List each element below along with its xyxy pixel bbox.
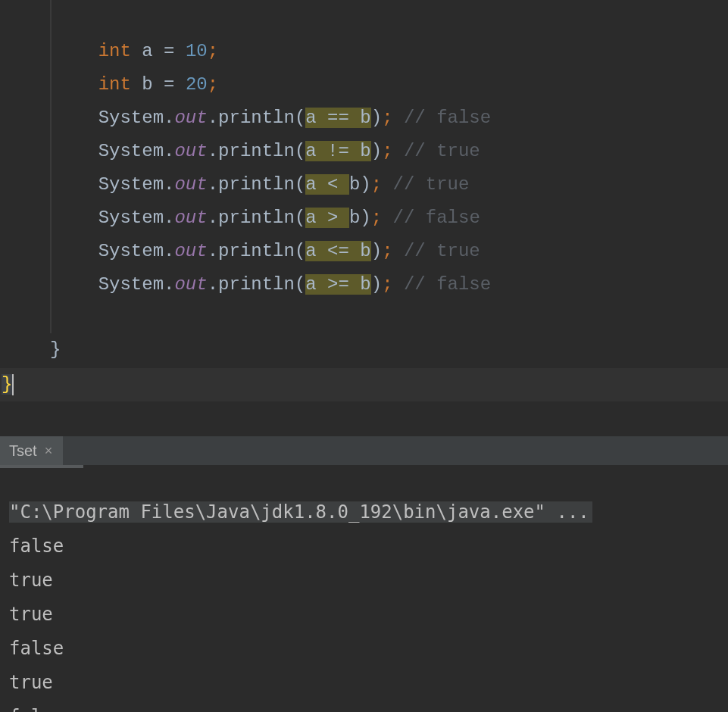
console-line: true (9, 570, 53, 591)
method-println: println (218, 274, 295, 295)
field-out: out (174, 208, 207, 228)
var-b: b (142, 74, 152, 95)
console-output[interactable]: "C:\Program Files\Java\jdk1.8.0_192\bin\… (9, 495, 728, 712)
text-caret (12, 374, 14, 395)
method-println: println (218, 174, 295, 195)
class-system: System (98, 174, 164, 195)
literal-20: 20 (186, 74, 208, 95)
run-tab-label: Tset (9, 442, 37, 460)
tab-underline (0, 465, 83, 468)
source-code[interactable]: int a = 10; int b = 20; System.out.print… (0, 35, 491, 301)
console-line: true (9, 604, 53, 625)
semicolon: ; (208, 74, 218, 95)
method-println: println (218, 241, 295, 261)
class-system: System (98, 208, 164, 228)
class-system: System (98, 108, 164, 128)
method-println: println (218, 141, 295, 161)
method-close-brace: } (50, 333, 61, 367)
keyword-int: int (98, 41, 131, 61)
comment: // true (393, 141, 480, 161)
field-out: out (174, 174, 207, 195)
current-line-highlight (0, 368, 728, 401)
var-a: a (142, 41, 152, 61)
class-system: System (98, 241, 164, 261)
comment: // true (382, 174, 469, 195)
console-command-line: "C:\Program Files\Java\jdk1.8.0_192\bin\… (9, 501, 592, 523)
console-line: true (9, 672, 53, 693)
assign-op: = (164, 74, 174, 95)
class-system: System (98, 274, 164, 295)
run-tab[interactable]: Tset × (0, 436, 63, 467)
run-tabs-bar: Tset × (0, 436, 728, 465)
class-system: System (98, 141, 164, 161)
class-close-brace: } (2, 368, 14, 401)
method-println: println (218, 208, 295, 228)
comment: // false (393, 108, 492, 128)
literal-10: 10 (186, 41, 208, 61)
comment: // false (393, 274, 492, 295)
code-editor-pane[interactable]: int a = 10; int b = 20; System.out.print… (0, 0, 728, 424)
assign-op: = (164, 41, 174, 61)
method-println: println (218, 108, 295, 128)
comment: // false (382, 208, 480, 228)
close-icon[interactable]: × (45, 443, 53, 459)
comment: // true (393, 241, 480, 261)
console-line: false (9, 706, 64, 712)
keyword-int: int (98, 74, 131, 95)
field-out: out (174, 108, 207, 128)
console-line: false (9, 638, 64, 659)
console-line: false (9, 536, 64, 557)
field-out: out (174, 141, 207, 161)
field-out: out (174, 274, 207, 295)
field-out: out (174, 241, 207, 261)
semicolon: ; (208, 41, 218, 61)
